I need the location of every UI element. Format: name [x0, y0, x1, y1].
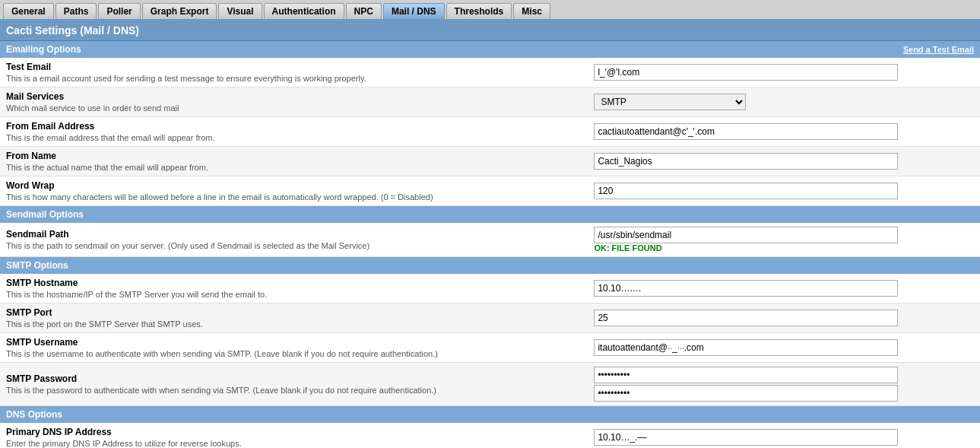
section-emailing: Emailing Options Send a Test Email Test … [0, 41, 980, 206]
field-label: Word Wrap [6, 180, 582, 191]
dns-section-header: DNS Options [0, 406, 980, 423]
tab-mail---dns[interactable]: Mail / DNS [383, 3, 445, 19]
tab-npc[interactable]: NPC [346, 3, 382, 19]
field-desc: This is a email account used for sending… [6, 74, 582, 83]
field-label: From Name [6, 151, 582, 161]
primary-dns-ip-address-input[interactable] [594, 429, 898, 446]
emailing-section-header: Emailing Options Send a Test Email [0, 41, 980, 58]
tab-authentication[interactable]: Authentication [264, 3, 344, 19]
field-label: SMTP Port [6, 307, 582, 318]
smtp-password-input[interactable] [594, 367, 898, 383]
field-label: SMTP Username [6, 337, 582, 348]
field-label: Test Email [6, 62, 582, 72]
smtp-port-input[interactable] [594, 310, 898, 326]
smtp-section-header: SMTP Options [0, 257, 980, 274]
field-desc: This is the port on the SMTP Server that… [6, 319, 582, 329]
mail-service-select[interactable]: SMTPSendmail [594, 94, 746, 110]
tab-paths[interactable]: Paths [56, 3, 97, 19]
app-container: GeneralPathsPollerGraph ExportVisualAuth… [0, 0, 980, 448]
table-row: From NameThis is the actual name that th… [0, 147, 980, 176]
table-row: SMTP PortThis is the port on the SMTP Se… [0, 303, 980, 333]
tab-thresholds[interactable]: Thresholds [446, 3, 512, 19]
smtp-section-title: SMTP Options [6, 260, 68, 271]
field-desc: This is the username to authenticate wit… [6, 349, 582, 358]
field-desc: This is the hostname/IP of the SMTP Serv… [6, 290, 582, 299]
from-name-input[interactable] [594, 153, 898, 170]
smtp-username-input[interactable] [594, 339, 898, 356]
field-desc: Enter the primary DNS IP Address to util… [6, 439, 582, 448]
sendmail-section-title: Sendmail Options [6, 209, 84, 220]
smtp-table: SMTP HostnameThis is the hostname/IP of … [0, 274, 980, 406]
section-sendmail: Sendmail Options Sendmail PathThis is th… [0, 206, 980, 257]
field-desc: This is the email address that the email… [6, 133, 582, 142]
field-label: Sendmail Path [6, 229, 582, 240]
table-row: Test EmailThis is a email account used f… [0, 58, 980, 87]
field-desc: This is the actual name that the email w… [6, 163, 582, 172]
field-desc: This is the path to sendmail on your ser… [6, 241, 582, 250]
tab-visual[interactable]: Visual [218, 3, 262, 19]
table-row: SMTP UsernameThis is the username to aut… [0, 333, 980, 363]
send-test-email-link[interactable]: Send a Test Email [903, 45, 974, 54]
table-row: From Email AddressThis is the email addr… [0, 117, 980, 147]
emailing-section-title: Emailing Options [6, 44, 81, 55]
smtp-password-confirm-input[interactable] [594, 385, 898, 402]
word-wrap-input[interactable] [594, 183, 898, 199]
field-label: From Email Address [6, 121, 582, 132]
sendmail-path-input[interactable] [594, 227, 898, 243]
dns-section-title: DNS Options [6, 409, 62, 420]
field-desc: This is the password to authenticate wit… [6, 386, 582, 395]
field-desc: This is how many characters will be allo… [6, 192, 582, 202]
tab-bar: GeneralPathsPollerGraph ExportVisualAuth… [0, 0, 980, 21]
sendmail-status: OK: FILE FOUND [594, 243, 974, 253]
tab-graph-export[interactable]: Graph Export [142, 3, 217, 19]
page-title: Cacti Settings (Mail / DNS) [0, 21, 980, 41]
field-desc: Which mail service to use in order to se… [6, 103, 582, 113]
main-content: Emailing Options Send a Test Email Test … [0, 41, 980, 448]
table-row: SMTP PasswordThis is the password to aut… [0, 363, 980, 406]
tab-misc[interactable]: Misc [513, 3, 550, 19]
table-row: Word WrapThis is how many characters wil… [0, 176, 980, 206]
test-email-input[interactable] [594, 64, 898, 81]
table-row: Primary DNS IP AddressEnter the primary … [0, 423, 980, 448]
emailing-table: Test EmailThis is a email account used f… [0, 58, 980, 206]
section-dns: DNS Options Primary DNS IP AddressEnter … [0, 406, 980, 448]
section-smtp: SMTP Options SMTP HostnameThis is the ho… [0, 257, 980, 406]
sendmail-section-header: Sendmail Options [0, 206, 980, 223]
field-label: Primary DNS IP Address [6, 427, 582, 437]
tab-general[interactable]: General [3, 3, 54, 19]
field-label: SMTP Hostname [6, 278, 582, 288]
sendmail-table: Sendmail PathThis is the path to sendmai… [0, 223, 980, 257]
field-label: Mail Services [6, 91, 582, 102]
dns-table: Primary DNS IP AddressEnter the primary … [0, 423, 980, 448]
tab-poller[interactable]: Poller [98, 3, 140, 19]
from-email-address-input[interactable] [594, 123, 898, 140]
field-label: SMTP Password [6, 373, 582, 384]
table-row: Sendmail PathThis is the path to sendmai… [0, 223, 980, 257]
table-row: Mail ServicesWhich mail service to use i… [0, 87, 980, 117]
smtp-hostname-input[interactable] [594, 280, 898, 297]
table-row: SMTP HostnameThis is the hostname/IP of … [0, 274, 980, 303]
